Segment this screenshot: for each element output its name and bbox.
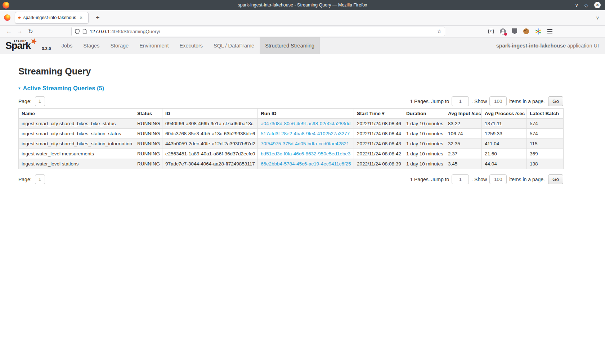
- firefox-icon[interactable]: [4, 14, 10, 21]
- table-row: ingest water_level measurementsRUNNINGe2…: [19, 149, 564, 159]
- section-title: Active Streaming Queries (5): [23, 85, 104, 92]
- jump-to-input[interactable]: [452, 174, 469, 184]
- cell-name: ingest smart_city shared_bikes_station_i…: [19, 139, 134, 149]
- ublock-shield-icon[interactable]: [512, 28, 517, 34]
- run-id-link[interactable]: 66e2bbb4-5784-45c6-ac19-4ec9411c6f25: [261, 161, 351, 167]
- spark-logo[interactable]: APACHE Spark ★: [5, 37, 41, 54]
- cell-avg-process: 21.60: [482, 149, 527, 159]
- tab-list-chevron-icon[interactable]: ∨: [596, 15, 599, 21]
- run-id-link[interactable]: 70f54975-375d-4d05-bdfa-ccd0fae42821: [261, 141, 349, 146]
- tab-close-icon[interactable]: ×: [80, 15, 82, 21]
- cell-start-time: 2022/11/24 08:08:39: [354, 159, 403, 169]
- column-header-id[interactable]: ID: [162, 109, 258, 119]
- page-number-input[interactable]: [35, 96, 45, 106]
- close-icon[interactable]: ×: [594, 2, 601, 8]
- cell-latest-batch: 115: [527, 139, 564, 149]
- page-label: Page:: [18, 177, 32, 182]
- url-host: 127.0.0.1: [90, 29, 110, 34]
- application-suffix: application UI: [567, 43, 599, 49]
- cell-status: RUNNING: [134, 129, 162, 139]
- back-icon[interactable]: ←: [4, 28, 14, 35]
- nav-item-environment[interactable]: Environment: [134, 37, 174, 54]
- cell-latest-batch: 574: [527, 129, 564, 139]
- column-header-start-time[interactable]: Start Time ▾: [354, 109, 403, 119]
- run-id-link[interactable]: 517afd3f-28e2-4ba8-9fe4-4102527a3277: [261, 131, 350, 136]
- cell-latest-batch: 574: [527, 119, 564, 129]
- cell-status: RUNNING: [134, 149, 162, 159]
- nav-item-structured-streaming[interactable]: Structured Streaming: [260, 37, 320, 54]
- table-row: ingest water_level stationsRUNNING97adc7…: [19, 159, 564, 169]
- column-header-run-id[interactable]: Run ID: [258, 109, 354, 119]
- tab-title: spark-ingest-into-lakehous: [23, 15, 78, 20]
- cell-name: ingest water_level stations: [19, 159, 134, 169]
- page-info-icon[interactable]: [82, 29, 87, 34]
- cell-start-time: 2022/11/24 08:08:44: [354, 129, 403, 139]
- account-icon[interactable]: [500, 28, 506, 35]
- application-name: spark-ingest-into-lakehouse: [496, 43, 566, 49]
- show-count-input[interactable]: [489, 174, 507, 184]
- maximize-icon[interactable]: ◇: [584, 3, 588, 8]
- url-text[interactable]: 127.0.0.1:4040/StreamingQuery/: [90, 29, 160, 34]
- column-header-latest-batch[interactable]: Latest Batch: [527, 109, 564, 119]
- streaming-queries-table: NameStatusIDRun IDStart Time ▾DurationAv…: [18, 108, 564, 169]
- cell-status: RUNNING: [134, 139, 162, 149]
- table-header-row: NameStatusIDRun IDStart Time ▾DurationAv…: [19, 109, 564, 119]
- shield-permissions-icon[interactable]: [75, 29, 80, 34]
- table-row: ingest smart_city shared_bikes_station_s…: [19, 129, 564, 139]
- cell-status: RUNNING: [134, 159, 162, 169]
- jump-to-input[interactable]: [452, 96, 469, 106]
- spark-logo-text: Spark: [5, 40, 31, 51]
- cell-duration: 1 day 10 minutes: [403, 149, 445, 159]
- forward-icon[interactable]: →: [14, 28, 25, 35]
- column-header-duration[interactable]: Duration: [403, 109, 445, 119]
- cookie-extension-icon[interactable]: [523, 28, 529, 34]
- page-label: Page:: [18, 99, 32, 104]
- page-title: Streaming Query: [18, 66, 587, 77]
- bookmark-star-icon[interactable]: ☆: [437, 28, 442, 34]
- url-bar[interactable]: 127.0.0.1:4040/StreamingQuery/ ☆: [71, 27, 445, 36]
- column-header-name[interactable]: Name: [19, 109, 134, 119]
- window-title: spark-ingest-into-lakehouse - Streaming …: [0, 3, 605, 8]
- column-header-avg-input-sec[interactable]: Avg Input /sec: [445, 109, 482, 119]
- cell-status: RUNNING: [134, 119, 162, 129]
- browser-tab[interactable]: ★ spark-ingest-into-lakehous ×: [15, 12, 89, 24]
- go-button[interactable]: Go: [548, 96, 563, 106]
- go-button[interactable]: Go: [548, 174, 563, 184]
- items-text: items in a page.: [509, 99, 545, 104]
- column-header-avg-process-sec[interactable]: Avg Process /sec: [482, 109, 527, 119]
- cell-avg-input: 32.35: [445, 139, 482, 149]
- pagination-controls: 1 Pages. Jump to . Show items in a page.…: [410, 174, 563, 184]
- cell-name: ingest water_level measurements: [19, 149, 134, 159]
- show-count-input[interactable]: [489, 96, 507, 106]
- nav-item-jobs[interactable]: Jobs: [56, 37, 78, 54]
- cell-id: 97adc7e7-3044-4064-aa28-ff7249853117: [162, 159, 258, 169]
- reload-icon[interactable]: ↻: [25, 28, 36, 35]
- tab-bar: ★ spark-ingest-into-lakehous × + ∨: [0, 10, 605, 26]
- cell-latest-batch: 138: [527, 159, 564, 169]
- pocket-icon[interactable]: [488, 29, 494, 34]
- nav-item-sql-dataframe[interactable]: SQL / DataFrame: [208, 37, 260, 54]
- cell-id: 0940ff66-a308-466b-9e1a-cf7cd6dba13c: [162, 119, 258, 129]
- cell-run-id: a0473d8d-80e6-4e9f-ac98-02e0cfa283dd: [258, 119, 354, 129]
- cell-run-id: 517afd3f-28e2-4ba8-9fe4-4102527a3277: [258, 129, 354, 139]
- cell-avg-input: 106.74: [445, 129, 482, 139]
- window-titlebar: spark-ingest-into-lakehouse - Streaming …: [0, 0, 605, 10]
- cell-start-time: 2022/11/24 08:08:42: [354, 149, 403, 159]
- minimize-icon[interactable]: ∨: [575, 3, 578, 8]
- menu-icon[interactable]: [547, 29, 552, 33]
- nav-item-executors[interactable]: Executors: [174, 37, 208, 54]
- cell-avg-input: 2.37: [445, 149, 482, 159]
- show-text: . Show: [471, 99, 487, 104]
- cell-duration: 1 day 10 minutes: [403, 119, 445, 129]
- active-queries-section-toggle[interactable]: ▾ Active Streaming Queries (5): [18, 85, 587, 92]
- nav-item-stages[interactable]: Stages: [78, 37, 105, 54]
- table-row: ingest smart_city shared_bikes_station_i…: [19, 139, 564, 149]
- page-number-input[interactable]: [35, 174, 45, 184]
- nav-item-storage[interactable]: Storage: [105, 37, 134, 54]
- asterisk-extension-icon[interactable]: [535, 28, 541, 35]
- run-id-link[interactable]: bd51ed3c-f0fa-46c6-8632-950e5ed1ebe3: [261, 151, 350, 156]
- run-id-link[interactable]: a0473d8d-80e6-4e9f-ac98-02e0cfa283dd: [261, 121, 350, 126]
- new-tab-button[interactable]: +: [94, 14, 102, 22]
- show-text: . Show: [471, 177, 487, 182]
- column-header-status[interactable]: Status: [134, 109, 162, 119]
